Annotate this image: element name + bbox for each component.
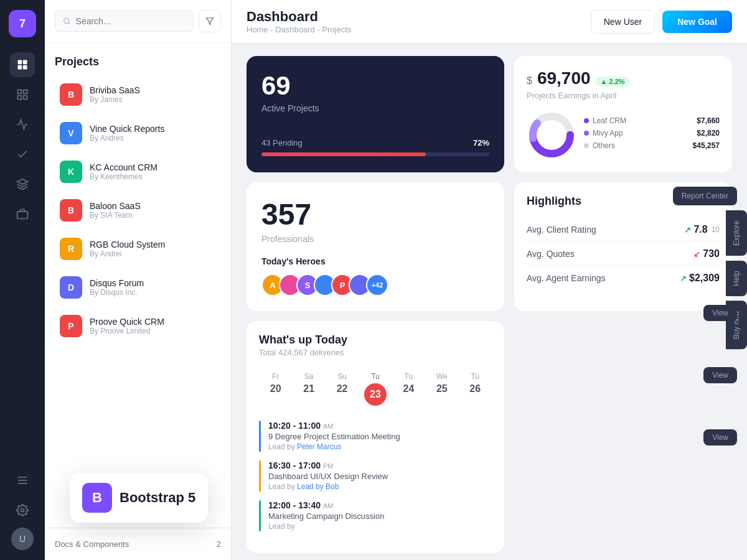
calendar-day[interactable]: Su 22 [326,367,359,411]
professionals-card: 357 Professionals Today's Heroes ASP+42 [247,182,504,311]
view-button-2[interactable]: View [703,367,737,383]
day-num: 21 [294,383,322,394]
sidebar-header [45,0,231,43]
content-area: 69 Active Projects 43 Pending 72% $ 69,7… [232,44,747,560]
nav-icon-menu-bottom[interactable] [10,468,35,493]
report-center-button[interactable]: Report Center [673,187,737,205]
calendar-day[interactable]: Sa 21 [292,367,325,411]
event-details: 16:30 - 17:00 PM Dashboard UI/UX Design … [268,460,388,491]
svg-rect-4 [18,90,22,94]
earnings-card: $ 69,700 ▲ 2.2% Projects Earnings in Apr… [514,56,732,172]
day-num: 22 [328,383,356,394]
bootstrap-card[interactable]: B Bootstrap 5 [70,473,208,523]
nav-icon-check[interactable] [10,142,35,167]
project-icon: P [60,315,82,337]
event-lead-link[interactable]: Peter Marcus [297,442,341,451]
new-user-button[interactable]: New User [591,10,655,34]
day-name: We [428,372,456,381]
legend-label: Others [584,141,615,150]
nav-bar: 7 U [0,0,45,560]
highlight-label: Avg. Agent Earnings [527,273,606,283]
day-num: 26 [461,383,489,394]
svg-rect-6 [18,96,22,100]
project-item[interactable]: B Briviba SaaS By James [50,76,226,113]
pending-text: 43 Pending [261,138,303,147]
progress-bar-fill [261,152,426,156]
svg-rect-7 [24,96,27,100]
calendar-day[interactable]: Tu 24 [392,367,425,411]
trend-arrow: ↙ [693,250,700,259]
project-item[interactable]: K KC Account CRM By Keenthemes [50,153,226,190]
nav-icon-layers[interactable] [10,172,35,197]
svg-rect-5 [24,90,27,94]
search-bar[interactable] [55,11,194,32]
docs-count: 2 [217,539,221,549]
project-name: Baloon SaaS [90,201,141,211]
calendar-day[interactable]: Fr 20 [259,367,292,411]
help-button[interactable]: Help [726,261,747,296]
sidebar: Projects B Briviba SaaS By James V Vine … [45,0,232,560]
svg-rect-0 [18,60,22,65]
highlight-num: 7.8 [693,224,707,235]
project-info: Baloon SaaS By SIA Team [90,201,141,220]
main-content-wrapper: Dashboard Home - Dashboard - Projects Ne… [232,0,747,560]
legend-value: $45,257 [693,141,720,150]
explore-button[interactable]: Explore [726,210,747,256]
highlight-row: Avg. Client Rating ↗ 7.8 10 [527,218,720,242]
event-ampm: AM [323,502,334,510]
new-goal-button[interactable]: New Goal [662,11,732,33]
project-item[interactable]: P Proove Quick CRM By Proove Limited [50,307,226,345]
bootstrap-icon: B [82,483,112,513]
nav-avatar[interactable]: 7 [9,10,36,37]
legend-label: Leaf CRM [584,116,626,125]
event-details: 12:00 - 13:40 AM Marketing Campaign Disc… [268,500,384,531]
side-buttons: Explore Help Buy now [726,210,747,349]
highlight-value: ↗ 7.8 10 [684,224,720,235]
calendar-section: What's up Today Total 424,567 deliveries… [247,321,504,553]
search-input[interactable] [76,16,186,26]
day-name: Tu [361,372,389,381]
project-icon: D [60,276,82,299]
event-name: Marketing Campaign Discussion [268,511,384,521]
nav-icon-settings[interactable] [10,498,35,523]
legend: Leaf CRM $7,660 Mivy App $2,820 Others $… [584,116,720,154]
view-button-3[interactable]: View [703,429,737,446]
day-name: Su [328,372,356,381]
hero-avatar-more: +42 [366,274,388,296]
event-item: 10:20 - 11:00 AM 9 Degree Project Estima… [259,421,492,452]
highlight-value: ↙ 730 [693,248,720,259]
day-num: 25 [428,383,456,394]
chart-row: Leaf CRM $7,660 Mivy App $2,820 Others $… [527,110,720,160]
project-item[interactable]: V Vine Quick Reports By Andres [50,114,226,152]
calendar-day[interactable]: Tu 23 [359,367,392,411]
event-ampm: PM [323,462,334,470]
main-header: Dashboard Home - Dashboard - Projects Ne… [232,0,747,44]
legend-item: Mivy App $2,820 [584,129,720,138]
calendar-day[interactable]: Tu 26 [459,367,492,411]
project-info: RGB Cloud System By Andrei [90,240,165,258]
legend-item: Others $45,257 [584,141,720,150]
project-name: RGB Cloud System [90,240,165,250]
legend-dot [584,143,589,148]
nav-user-avatar[interactable]: U [11,528,34,550]
nav-icon-grid[interactable] [10,82,35,107]
nav-icon-chart[interactable] [10,112,35,137]
project-name: Briviba SaaS [90,85,140,95]
svg-point-14 [64,18,69,23]
filter-button[interactable] [199,10,221,32]
project-name: Disqus Forum [90,278,144,288]
view-button-1[interactable]: View [703,305,737,321]
nav-icon-dashboard[interactable] [10,52,35,77]
highlight-num: 730 [703,248,720,259]
event-lead-link[interactable]: Lead by Bob [297,482,339,491]
highlights-list: Avg. Client Rating ↗ 7.8 10 Avg. Quotes … [527,218,720,290]
events-list: 10:20 - 11:00 AM 9 Degree Project Estima… [259,421,492,531]
nav-icon-briefcase[interactable] [10,202,35,226]
project-item[interactable]: R RGB Cloud System By Andrei [50,230,226,268]
project-item[interactable]: B Baloon SaaS By SIA Team [50,192,226,229]
earnings-amount: $ 69,700 ▲ 2.2% [527,68,720,88]
earnings-badge: ▲ 2.2% [596,77,630,86]
calendar-day[interactable]: We 25 [425,367,458,411]
docs-bar[interactable]: Docs & Components 2 [45,528,231,560]
project-item[interactable]: D Disqus Forum By Disqus Inc. [50,269,226,306]
